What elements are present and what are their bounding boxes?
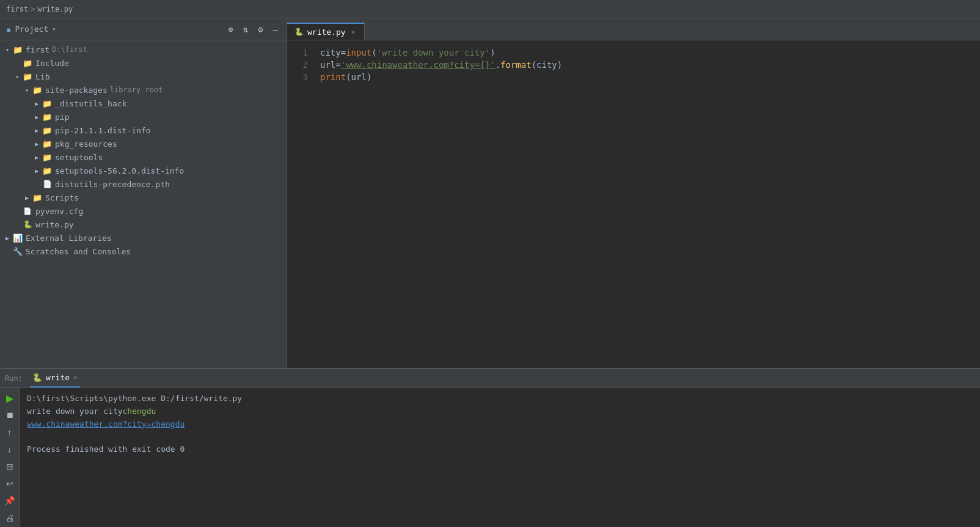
python-icon: 🐍 — [22, 220, 33, 229]
token-var: city — [536, 60, 557, 70]
tree-sublabel: library root — [110, 86, 163, 94]
sidebar-title: ▪ Project ▾ — [6, 24, 225, 34]
run-label: Run: — [5, 374, 23, 383]
tree-label: distutils-precedence.pth — [55, 180, 170, 189]
sidebar-header: ▪ Project ▾ ⊕ ⇅ ⚙ — — [0, 18, 287, 40]
wrap-button[interactable]: ↩ — [3, 477, 16, 490]
extlib-icon: 📊 — [12, 234, 23, 243]
tree-caret[interactable]: ▾ — [22, 87, 32, 94]
output-line: write down your citychengdu — [27, 405, 973, 418]
add-tool[interactable]: ⊕ — [225, 23, 235, 35]
line-code: url='www.chinaweather.com?city={}'.forma… — [318, 59, 562, 71]
tree-item-pkg-resources[interactable]: ▶📁pkg_resources — [0, 137, 287, 150]
output-link[interactable]: www.chinaweather.com?city=chengdu — [27, 419, 185, 429]
editor-content[interactable]: 1city=input('write down your city')2url=… — [287, 40, 980, 368]
settings-tool[interactable]: ⚙ — [255, 23, 265, 35]
tree-caret[interactable]: ▾ — [2, 46, 12, 53]
tree-item-Scratches-and-Consoles[interactable]: 🔧Scratches and Consoles — [0, 245, 287, 258]
token-paren: ( — [532, 60, 536, 70]
tree-caret[interactable]: ▶ — [32, 141, 42, 147]
tab-label: write.py — [307, 28, 346, 37]
run-tab-icon: 🐍 — [32, 373, 42, 382]
tree-label: pip — [55, 112, 69, 122]
token-var: city — [320, 48, 341, 57]
tree-item-setuptools[interactable]: ▶📁setuptools — [0, 150, 287, 164]
sidebar: ▪ Project ▾ ⊕ ⇅ ⚙ — ▾📁firstD:\first📁Incl… — [0, 18, 287, 368]
run-tab-label: write — [46, 373, 70, 382]
tree-item--distutils-hack[interactable]: ▶📁_distutils_hack — [0, 97, 287, 110]
tree-item-site-packages[interactable]: ▾📁site-packageslibrary root — [0, 83, 287, 97]
token-paren: ) — [367, 72, 371, 82]
tree-item-External-Libraries[interactable]: ▶📊External Libraries — [0, 231, 287, 245]
tree-caret[interactable]: ▶ — [32, 168, 42, 174]
print-button[interactable]: 🖨 — [3, 511, 16, 525]
tree-item-pip[interactable]: ▶📁pip — [0, 110, 287, 123]
bottom-panel: Run: 🐍 write ✕ ▶ ⏹ ↑ ↓ ⊟ ↩ 📌 🖨 🗑 D:\firs… — [0, 368, 980, 527]
run-tab-close[interactable]: ✕ — [73, 374, 78, 381]
folder-icon: 📁 — [42, 99, 53, 108]
folder-icon: 📁 — [22, 59, 33, 68]
up-button[interactable]: ↑ — [3, 426, 16, 439]
tree-label: pyvenv.cfg — [35, 207, 83, 216]
token-str: 'write down your city' — [377, 48, 490, 57]
tree-caret[interactable]: ▾ — [12, 73, 22, 80]
tree-label: setuptools — [55, 153, 103, 162]
folder-icon: 📁 — [42, 139, 53, 149]
tree-caret[interactable]: ▶ — [2, 235, 12, 241]
folder-icon: 📁 — [12, 45, 23, 54]
tree-label: write.py — [35, 220, 74, 229]
tree-caret[interactable]: ▶ — [32, 154, 42, 161]
tree-caret[interactable]: ▶ — [32, 114, 42, 120]
folder-icon: 📁 — [42, 166, 53, 175]
output-text: Process finished with exit code 0 — [27, 444, 185, 454]
tree-item-Include[interactable]: 📁Include — [0, 56, 287, 70]
token-op: = — [335, 60, 340, 70]
tree-label: Scratches and Consoles — [26, 247, 131, 256]
line-code: city=input('write down your city') — [318, 46, 495, 59]
token-method: format — [500, 60, 532, 70]
editor-tabs: 🐍 write.py ✕ — [287, 18, 980, 40]
tree-label: Lib — [35, 72, 49, 81]
stop-button[interactable]: ⏹ — [3, 408, 16, 422]
breadcrumb-file: write.py — [37, 5, 73, 13]
folder-icon: 📁 — [22, 72, 33, 81]
tree-item-Scripts[interactable]: ▶📁Scripts — [0, 191, 287, 204]
down-button[interactable]: ↓ — [3, 443, 16, 456]
code-line-2: 2url='www.chinaweather.com?city={}'.form… — [287, 59, 980, 71]
tree-item-Lib[interactable]: ▾📁Lib — [0, 70, 287, 83]
editor-tab-write-py[interactable]: 🐍 write.py ✕ — [287, 23, 365, 40]
tree-caret[interactable]: ▶ — [32, 100, 42, 107]
tree-item-write-py[interactable]: 🐍write.py — [0, 218, 287, 231]
tree-caret[interactable]: ▶ — [22, 194, 32, 201]
token-paren: ) — [557, 60, 562, 70]
pin-button[interactable]: 📌 — [3, 494, 16, 507]
tree-item-first[interactable]: ▾📁firstD:\first — [0, 43, 287, 56]
folder-icon: ▪ — [6, 24, 11, 34]
split-button[interactable]: ⊟ — [3, 460, 16, 473]
tree-caret[interactable]: ▶ — [32, 127, 42, 134]
tab-close[interactable]: ✕ — [349, 28, 357, 37]
line-code: print(url) — [318, 71, 371, 83]
tree-label: Scripts — [45, 193, 79, 202]
file-icon: 📄 — [42, 180, 53, 188]
sidebar-caret[interactable]: ▾ — [52, 26, 56, 32]
bottom-sidebar: ▶ ⏹ ↑ ↓ ⊟ ↩ 📌 🖨 🗑 — [0, 388, 20, 527]
bottom-content: ▶ ⏹ ↑ ↓ ⊟ ↩ 📌 🖨 🗑 D:\first\Scripts\pytho… — [0, 388, 980, 527]
breadcrumb: first > write.py — [6, 5, 73, 13]
code-line-1: 1city=input('write down your city') — [287, 46, 980, 59]
tree-item-distutils-precedence-pth[interactable]: 📄distutils-precedence.pth — [0, 177, 287, 191]
tree-item-pyvenv-cfg[interactable]: 📄pyvenv.cfg — [0, 204, 287, 218]
minimize-tool[interactable]: — — [271, 23, 280, 35]
output-text: write down your city — [27, 407, 123, 416]
folder-icon: 📁 — [42, 153, 53, 162]
run-button[interactable]: ▶ — [3, 391, 16, 405]
output-line: www.chinaweather.com?city=chengdu — [27, 418, 973, 431]
user-input: chengdu — [123, 407, 156, 416]
tree-item-setuptools-56-2-0-dist-info[interactable]: ▶📁setuptools-56.2.0.dist-info — [0, 164, 287, 177]
output-line: Process finished with exit code 0 — [27, 443, 973, 456]
tree-item-pip-21-1-1-dist-info[interactable]: ▶📁pip-21.1.1.dist-info — [0, 123, 287, 137]
folder-icon: 📁 — [32, 193, 43, 202]
run-tab[interactable]: 🐍 write ✕ — [30, 369, 80, 388]
tree-sublabel: D:\first — [52, 45, 87, 54]
collapse-tool[interactable]: ⇅ — [241, 23, 250, 35]
